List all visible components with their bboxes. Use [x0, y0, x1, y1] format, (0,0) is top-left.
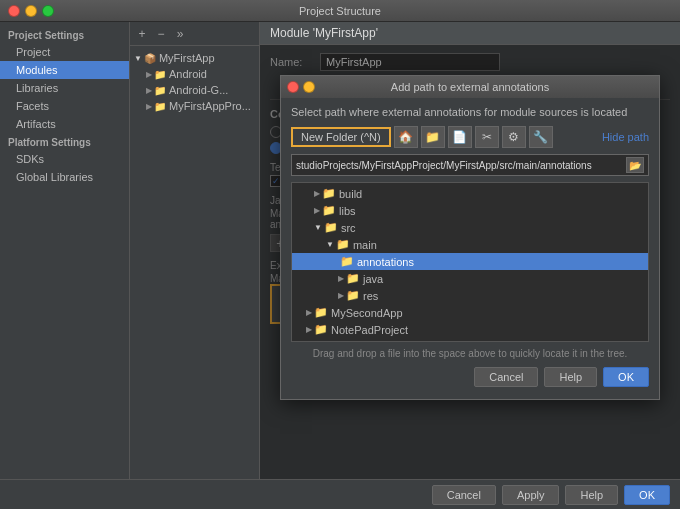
- expand-icon: ▶: [306, 325, 312, 334]
- folder-icon: 📁: [336, 238, 350, 251]
- modules-tree: ▼ 📦 MyFirstApp ▶ 📁 Android ▶ 📁 Android-G…: [130, 46, 259, 118]
- dtree-item-libs[interactable]: ▶ 📁 libs: [292, 202, 648, 219]
- cancel-button[interactable]: Cancel: [432, 485, 496, 505]
- dtree-item-res[interactable]: ▶ 📁 res: [292, 287, 648, 304]
- close-button[interactable]: [8, 5, 20, 17]
- toolbar-btn-6[interactable]: 🔧: [529, 126, 553, 148]
- toolbar-btn-2[interactable]: 📁: [421, 126, 445, 148]
- dtree-item-notepadproject[interactable]: ▶ 📁 NotePadProject: [292, 321, 648, 338]
- dtree-item-src[interactable]: ▼ 📁 src: [292, 219, 648, 236]
- content-panel: Module 'MyFirstApp' Name: Dependencies P…: [260, 22, 680, 479]
- window-title: Project Structure: [299, 5, 381, 17]
- toolbar-btn-4[interactable]: ✂: [475, 126, 499, 148]
- dialog-footer: Cancel Help OK: [291, 367, 649, 391]
- dtree-item-mysecondapp[interactable]: ▶ 📁 MySecondApp: [292, 304, 648, 321]
- dialog-tree[interactable]: ▶ 📁 build ▶ 📁 libs: [291, 182, 649, 342]
- sidebar-item-libraries[interactable]: Libraries: [0, 79, 129, 97]
- sidebar-item-global-libs[interactable]: Global Libraries: [0, 168, 129, 186]
- expand-icon: ▶: [314, 189, 320, 198]
- sidebar-item-project[interactable]: Project: [0, 43, 129, 61]
- dialog-body: Select path where external annotations f…: [281, 98, 659, 399]
- folder-icon: 📁: [314, 323, 328, 336]
- dialog-min-btn[interactable]: [303, 81, 315, 93]
- remove-module-button[interactable]: −: [153, 26, 169, 42]
- folder-icon: 📁: [346, 289, 360, 302]
- folder-icon: 📁: [314, 306, 328, 319]
- expand-icon: ▶: [146, 70, 152, 79]
- dtree-item-java[interactable]: ▶ 📁 java: [292, 270, 648, 287]
- expand-icon: ▶: [314, 206, 320, 215]
- dtree-item-main[interactable]: ▼ 📁 main: [292, 236, 648, 253]
- sidebar-item-artifacts[interactable]: Artifacts: [0, 115, 129, 133]
- folder-icon: 📁: [322, 204, 336, 217]
- dialog-cancel-button[interactable]: Cancel: [474, 367, 538, 387]
- hide-path-link[interactable]: Hide path: [602, 131, 649, 143]
- expand-icon: ▶: [338, 274, 344, 283]
- tree-toolbar: + − »: [130, 22, 259, 46]
- folder-icon: 📁: [154, 101, 166, 112]
- modules-tree-panel: + − » ▼ 📦 MyFirstApp ▶ 📁 Android ▶ 📁 And…: [130, 22, 260, 479]
- help-button[interactable]: Help: [565, 485, 618, 505]
- folder-icon: 📁: [154, 69, 166, 80]
- add-module-button[interactable]: +: [134, 26, 150, 42]
- apply-button[interactable]: Apply: [502, 485, 560, 505]
- folder-icon: 📁: [154, 85, 166, 96]
- folder-icon: 📁: [340, 255, 354, 268]
- toolbar-btn-3[interactable]: 📄: [448, 126, 472, 148]
- sidebar-item-modules[interactable]: Modules: [0, 61, 129, 79]
- dtree-item-build[interactable]: ▶ 📁 build: [292, 185, 648, 202]
- expand-icon: ▼: [314, 223, 322, 232]
- dialog-description: Select path where external annotations f…: [291, 106, 649, 118]
- toolbar-btn-1[interactable]: 🏠: [394, 126, 418, 148]
- sidebar-section-platform: Platform Settings: [0, 133, 129, 150]
- folder-icon: 📁: [324, 221, 338, 234]
- window-controls[interactable]: [8, 5, 54, 17]
- folder-icon: 📁: [346, 272, 360, 285]
- folder-icon: 📁: [322, 187, 336, 200]
- sidebar-section-project: Project Settings: [0, 26, 129, 43]
- dialog-ok-button[interactable]: OK: [603, 367, 649, 387]
- maximize-button[interactable]: [42, 5, 54, 17]
- main-container: Project Settings Project Modules Librari…: [0, 22, 680, 479]
- module-header: Module 'MyFirstApp': [260, 22, 680, 45]
- expand-icon: ▶: [146, 86, 152, 95]
- title-bar: Project Structure: [0, 0, 680, 22]
- ok-button[interactable]: OK: [624, 485, 670, 505]
- expand-icon: ▶: [146, 102, 152, 111]
- sidebar-item-sdks[interactable]: SDKs: [0, 150, 129, 168]
- expand-icon: ▶: [306, 308, 312, 317]
- path-input[interactable]: studioProjects/MyFirstAppProject/MyFirst…: [296, 160, 626, 171]
- sidebar: Project Settings Project Modules Librari…: [0, 22, 130, 479]
- dialog-toolbar: New Folder (^N) 🏠 📁 📄 ✂ ⚙ 🔧 Hide path: [291, 126, 649, 148]
- sidebar-item-facets[interactable]: Facets: [0, 97, 129, 115]
- tree-item-myfirstapp[interactable]: ▼ 📦 MyFirstApp: [130, 50, 259, 66]
- dialog-window-controls[interactable]: [287, 81, 315, 93]
- path-browse-button[interactable]: 📂: [626, 157, 644, 173]
- path-input-row: studioProjects/MyFirstAppProject/MyFirst…: [291, 154, 649, 176]
- toolbar-btn-5[interactable]: ⚙: [502, 126, 526, 148]
- expand-icon: ▶: [338, 291, 344, 300]
- dtree-item-annotations[interactable]: 📁 annotations: [292, 253, 648, 270]
- drag-hint: Drag and drop a file into the space abov…: [291, 348, 649, 359]
- module-content: Name: Dependencies Paths Sources Compile…: [260, 45, 680, 479]
- expand-icon: ▼: [326, 240, 334, 249]
- new-folder-button[interactable]: New Folder (^N): [291, 127, 391, 147]
- tree-item-android-g[interactable]: ▶ 📁 Android-G...: [130, 82, 259, 98]
- dialog-help-button[interactable]: Help: [544, 367, 597, 387]
- dialog-title: Add path to external annotations: [391, 81, 549, 93]
- bottom-bar: Cancel Apply Help OK: [0, 479, 680, 509]
- expand-icon: ▼: [134, 54, 142, 63]
- module-icon: 📦: [144, 53, 156, 64]
- tree-item-myfirstapppro[interactable]: ▶ 📁 MyFirstAppPro...: [130, 98, 259, 114]
- dialog-overlay: Add path to external annotations Select …: [260, 45, 680, 479]
- more-options-button[interactable]: »: [172, 26, 188, 42]
- add-path-dialog: Add path to external annotations Select …: [280, 75, 660, 400]
- dialog-close-btn[interactable]: [287, 81, 299, 93]
- dialog-title-bar: Add path to external annotations: [281, 76, 659, 98]
- minimize-button[interactable]: [25, 5, 37, 17]
- tree-item-android[interactable]: ▶ 📁 Android: [130, 66, 259, 82]
